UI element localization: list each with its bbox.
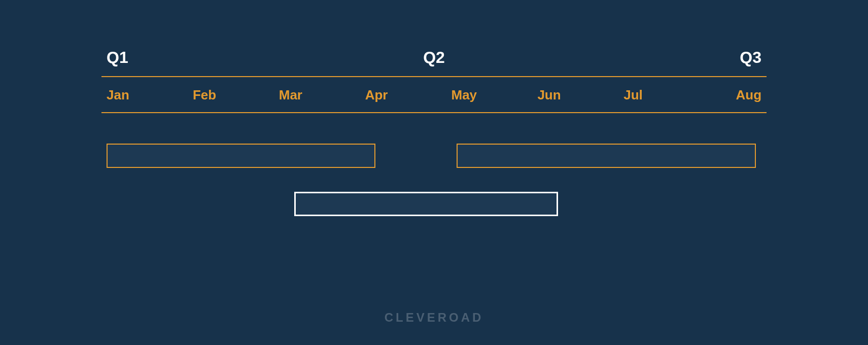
month-label: Jun xyxy=(537,87,623,103)
month-label: Jul xyxy=(623,87,710,103)
gantt-area xyxy=(101,144,767,245)
gantt-bar-task-1 xyxy=(107,144,375,168)
quarter-label: Q2 xyxy=(423,48,445,67)
timeline-container: Q1 Q2 Q3 Jan Feb Mar Apr May Jun Jul Aug xyxy=(101,48,767,245)
month-label: Jan xyxy=(107,87,193,103)
quarter-label: Q1 xyxy=(107,48,128,67)
month-label: May xyxy=(452,87,538,103)
quarter-label: Q3 xyxy=(740,48,761,67)
month-label: Feb xyxy=(193,87,279,103)
months-row: Jan Feb Mar Apr May Jun Jul Aug xyxy=(101,87,767,113)
month-label: Apr xyxy=(365,87,452,103)
watermark: CLEVEROAD xyxy=(0,310,868,325)
gantt-bar-task-3 xyxy=(294,192,558,216)
month-label: Mar xyxy=(279,87,365,103)
gantt-bar-task-2 xyxy=(457,144,756,168)
quarters-row: Q1 Q2 Q3 xyxy=(101,48,767,77)
month-label: Aug xyxy=(710,87,761,103)
